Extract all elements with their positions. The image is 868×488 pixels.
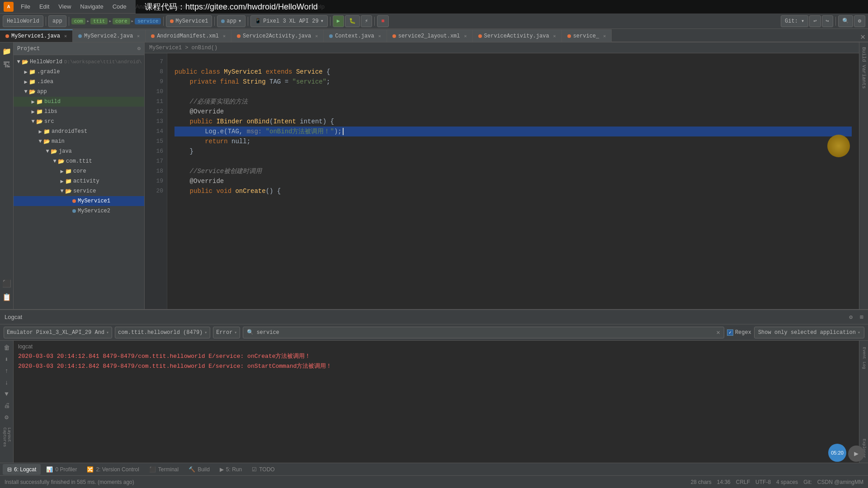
code-content[interactable]: public class MyService1 extends Service … (167, 53, 859, 309)
run-btn[interactable]: ▶ (333, 15, 344, 27)
tree-service[interactable]: ▼ 📂 service (14, 186, 144, 196)
logcat-up-icon[interactable]: ↑ (1, 366, 12, 375)
status-branch[interactable]: CSDN @amingMM (817, 479, 863, 485)
redo-btn[interactable]: ↪ (822, 15, 833, 27)
tree-androidtest[interactable]: ▶ 📁 androidTest (14, 127, 144, 136)
regex-checkbox[interactable]: ✓ (727, 329, 733, 336)
git-btn[interactable]: Git: ▾ (781, 15, 808, 27)
tree-main[interactable]: ▼ 📂 main (14, 136, 144, 146)
tree-activity[interactable]: ▶ 📁 activity (14, 176, 144, 186)
play-overlay-btn[interactable]: ▶ (848, 446, 864, 462)
project-gear-icon[interactable]: ⚙ (137, 45, 141, 52)
menu-window[interactable]: Window (279, 2, 307, 11)
menu-view[interactable]: View (55, 2, 75, 11)
tab-service[interactable]: service_ ✕ (562, 29, 612, 42)
build-variants-panel[interactable]: Build Variants (859, 42, 868, 309)
close-tab-7[interactable]: ✕ (553, 33, 556, 39)
logcat-clear-icon[interactable]: 🗑 (1, 343, 12, 352)
search-btn[interactable]: 🔍 (838, 15, 853, 27)
close-tab-6[interactable]: ✕ (464, 33, 467, 39)
tree-myservice2[interactable]: MyService2 (14, 206, 144, 216)
menu-run[interactable]: Run (215, 2, 233, 11)
tab-myservice1[interactable]: MyService1.java ✕ (0, 29, 73, 42)
level-select[interactable]: Error ▾ (213, 327, 240, 338)
logcat-search-field[interactable]: 🔍 service ✕ (243, 327, 724, 338)
tree-helloworld[interactable]: ▼ 📂 HelloWorld D:\workspace\ttit\android… (14, 57, 144, 67)
tree-src[interactable]: ▼ 📂 src (14, 117, 144, 127)
status-chars[interactable]: 28 chars (691, 479, 712, 485)
logcat-side-icon[interactable]: 📋 (1, 292, 12, 303)
status-crlf[interactable]: CRLF (736, 479, 750, 485)
app-run-btn[interactable]: app ▾ (217, 15, 245, 27)
tab-service2layout[interactable]: service2_layout.xml ✕ (387, 29, 473, 42)
tree-myservice1[interactable]: MyService1 (14, 196, 144, 206)
close-tab-3[interactable]: ✕ (223, 33, 226, 39)
layout-captures-label[interactable]: Layout Captures (2, 427, 11, 457)
debug-btn[interactable]: 🐛 (345, 15, 360, 27)
myservice1-btn[interactable]: MyService1 (166, 15, 212, 27)
logcat-filter-icon[interactable]: ▼ (1, 390, 12, 399)
logcat-down-icon[interactable]: ↓ (1, 378, 12, 387)
btab-run[interactable]: ▶ 5: Run (215, 464, 246, 475)
logcat-scroll-icon[interactable]: ⬇ (1, 355, 12, 364)
search-clear-btn[interactable]: ✕ (716, 328, 720, 336)
tree-app[interactable]: ▼ 📂 app (14, 87, 144, 97)
close-editor-btn[interactable]: ✕ (858, 32, 868, 42)
menu-analyze[interactable]: Analyze (132, 2, 160, 11)
tree-libs[interactable]: ▶ 📁 libs (14, 107, 144, 117)
stop-btn[interactable]: ■ (377, 15, 388, 27)
close-tab-4[interactable]: ✕ (315, 33, 318, 39)
btab-profiler[interactable]: 📊 0 Profiler (42, 464, 81, 475)
app-btn[interactable]: app (48, 15, 66, 27)
tab-context[interactable]: Context.java ✕ (324, 29, 387, 42)
tab-serviceactivity[interactable]: ServiceActivity.java ✕ (473, 29, 562, 42)
tab-service2activity[interactable]: Service2Activity.java ✕ (231, 29, 324, 42)
menu-file[interactable]: File (17, 2, 34, 11)
package-select[interactable]: com.ttit.helloworld (8479) ▾ (115, 327, 210, 338)
project-icon[interactable]: 📁 (1, 46, 12, 57)
logcat-settings2-icon[interactable]: ⚙ (1, 413, 12, 422)
menu-navigate[interactable]: Navigate (76, 2, 107, 11)
logcat-layout-icon[interactable]: ⊞ (860, 314, 863, 321)
tab-myservice2[interactable]: MyService2.java ✕ (73, 29, 146, 42)
tree-idea[interactable]: ▶ 📁 .idea (14, 77, 144, 87)
project-btn[interactable]: HelloWorld (3, 15, 43, 27)
close-tab-2[interactable]: ✕ (137, 33, 140, 39)
pixel-btn[interactable]: 📱 Pixel 3 XL API 29 ▾ (250, 15, 328, 27)
show-only-selected-btn[interactable]: Show only selected application ▾ (754, 327, 864, 338)
btab-build[interactable]: 🔨 Build (184, 464, 214, 475)
logcat-settings-icon[interactable]: ⚙ (849, 314, 853, 321)
menu-build[interactable]: Build (193, 2, 213, 11)
settings-btn[interactable]: ⚙ (854, 15, 865, 27)
tree-build[interactable]: ▶ 📁 build (14, 97, 144, 107)
menu-tools[interactable]: Tools (235, 2, 256, 11)
menu-edit[interactable]: Edit (36, 2, 53, 11)
tree-java[interactable]: ▼ 📂 java (14, 146, 144, 156)
close-tab-8[interactable]: ✕ (603, 33, 606, 39)
tree-gradle[interactable]: ▶ 📁 .gradle (14, 67, 144, 77)
code-container[interactable]: 7 8 9 10 11 12 13 14 15 16 17 18 19 20 (145, 53, 859, 309)
terminal-side-icon[interactable]: ⬛ (1, 278, 12, 289)
profile-btn[interactable]: ⚡ (361, 15, 372, 27)
tree-comttit[interactable]: ▼ 📂 com.ttit (14, 156, 144, 166)
tree-core[interactable]: ▶ 📁 core (14, 166, 144, 176)
emulator-select[interactable]: Emulator Pixel_3_XL_API_29 And ▾ (4, 327, 112, 338)
menu-code[interactable]: Code (109, 2, 130, 11)
btab-vcs[interactable]: 🔀 2: Version Control (82, 464, 143, 475)
tab-androidmanifest[interactable]: AndroidManifest.xml ✕ (146, 29, 231, 42)
close-tab-1[interactable]: ✕ (64, 33, 67, 39)
menu-vcs[interactable]: VCS (258, 2, 277, 11)
btab-logcat[interactable]: ⊟ 6: Logcat (3, 464, 41, 475)
status-indent[interactable]: 4 spaces (776, 479, 798, 485)
menu-refactor[interactable]: Refactor (162, 2, 191, 11)
status-charset[interactable]: UTF-8 (755, 479, 771, 485)
status-position[interactable]: 14:36 (717, 479, 731, 485)
event-log-label[interactable]: Event Log (862, 347, 866, 369)
logcat-print-icon[interactable]: 🖨 (1, 401, 12, 410)
structure-icon[interactable]: 🏗 (1, 60, 12, 70)
undo-btn[interactable]: ↩ (809, 15, 821, 27)
btab-todo[interactable]: ☑ TODO (247, 464, 279, 475)
status-git[interactable]: Git: (803, 479, 812, 485)
close-tab-5[interactable]: ✕ (378, 33, 381, 39)
menu-help[interactable]: Help (309, 2, 328, 11)
